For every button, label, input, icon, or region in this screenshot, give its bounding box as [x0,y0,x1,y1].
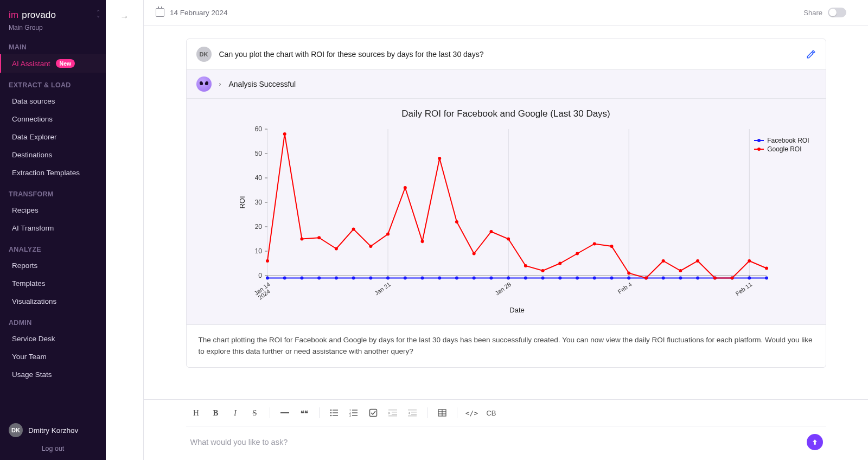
sidebar-item-label: Extraction Templates [12,169,80,177]
analysis-status-row[interactable]: › Analysis Successful [187,70,826,99]
sidebar-item-recipes[interactable]: Recipes [0,201,106,219]
svg-text:Jan 28: Jan 28 [494,281,512,297]
svg-point-68 [352,228,355,231]
main: 14 February 2024 Share DK Can you plot t… [144,0,868,460]
svg-point-39 [369,277,372,280]
svg-point-69 [369,245,372,248]
sidebar-item-destinations[interactable]: Destinations [0,146,106,164]
sidebar-item-connections[interactable]: Connections [0,110,106,128]
sidebar-item-data-explorer[interactable]: Data Explorer [0,128,106,146]
svg-text:3: 3 [349,414,351,417]
svg-point-44 [455,277,458,280]
sidebar-item-your-team[interactable]: Your Team [0,348,106,366]
svg-rect-104 [352,415,358,416]
sidebar-item-label: Templates [12,279,46,288]
bullet-list-button[interactable] [326,405,342,420]
codeblock-button[interactable]: CB [483,405,500,420]
svg-point-62 [765,277,768,280]
sidebar-item-label: Service Desk [12,335,55,343]
svg-text:20: 20 [254,223,262,231]
ask-input[interactable] [189,437,807,447]
svg-point-85 [644,277,647,280]
sidebar-item-ai-assistant[interactable]: AI AssistantNew [0,54,106,73]
sidebar-item-label: AI Assistant [12,60,50,68]
quote-button[interactable]: ❝❝ [296,405,312,420]
svg-rect-103 [352,412,358,413]
strike-button[interactable]: S [247,405,263,420]
svg-text:10: 10 [254,247,262,255]
heading-button[interactable]: H [188,405,205,420]
ordered-list-button[interactable]: 123 [346,405,362,420]
svg-point-61 [748,277,751,280]
indent-button[interactable] [385,405,401,420]
legend-label: Facebook ROI [767,137,809,144]
sidebar-header: improvado ˄˅ Main Group [0,0,106,35]
collapse-arrow-icon[interactable]: → [120,12,129,460]
outdent-button[interactable] [404,405,420,420]
svg-point-80 [558,262,561,265]
chevron-right-icon: › [219,80,221,88]
sidebar-item-service-desk[interactable]: Service Desk [0,330,106,348]
sidebar-item-label: Reports [12,261,37,270]
svg-point-90 [730,277,733,280]
svg-point-49 [541,277,544,280]
svg-point-64 [283,132,286,136]
bold-button[interactable]: B [208,405,224,420]
code-button[interactable]: </> [464,405,480,420]
svg-rect-113 [408,416,417,416]
svg-point-38 [352,277,355,280]
sidebar-section-title: MAIN [0,35,106,54]
sidebar-item-label: AI Transform [12,224,54,232]
svg-rect-98 [333,415,338,416]
svg-text:Feb 4: Feb 4 [616,281,633,295]
svg-point-45 [472,277,475,280]
checklist-button[interactable] [365,405,381,420]
sidebar-item-visualizations[interactable]: Visualizations [0,292,106,310]
sidebar-item-templates-analyze[interactable]: Templates [0,274,106,292]
date-picker[interactable]: 14 February 2024 [156,8,228,17]
assistant-avatar-icon [196,76,212,92]
content: DK Can you plot the chart with ROI for t… [144,25,868,399]
svg-text:50: 50 [254,150,262,157]
group-switch-icon[interactable]: ˄˅ [97,10,100,22]
send-button[interactable] [807,434,823,450]
svg-point-83 [610,245,613,248]
legend-item: Google ROI [754,145,809,153]
sidebar-item-data-sources[interactable]: Data sources [0,92,106,110]
share-control: Share [803,8,846,17]
svg-point-51 [576,277,579,280]
svg-rect-102 [352,410,358,410]
assistant-explanation: The chart plotting the ROI for Facebook … [187,324,826,367]
table-button[interactable] [434,405,450,420]
hr-button[interactable] [277,405,293,420]
date-label: 14 February 2024 [170,9,228,17]
sidebar-item-ai-transform[interactable]: AI Transform [0,219,106,237]
group-name[interactable]: Main Group [9,24,97,31]
chart-title: Daily ROI for Facebook and Google (Last … [192,108,820,119]
share-toggle[interactable] [828,8,846,17]
italic-button[interactable]: I [227,405,244,420]
svg-point-81 [576,252,579,255]
sidebar: improvado ˄˅ Main Group MAINAI Assistant… [0,0,106,460]
sidebar-item-reports[interactable]: Reports [0,257,106,274]
edit-prompt-icon[interactable] [806,49,816,59]
svg-point-94 [330,412,331,414]
svg-point-82 [592,242,596,246]
svg-point-65 [300,238,303,241]
format-toolbar: H B I S ❝❝ 123 </> CB [186,400,826,426]
legend-swatch [754,149,764,150]
sidebar-item-label: Data Explorer [12,133,57,141]
logout-link[interactable]: Log out [9,440,97,453]
sidebar-section-title: EXTRACT & LOAD [0,73,106,92]
svg-point-50 [558,277,561,280]
sidebar-item-label: Connections [12,115,53,123]
calendar-icon [156,8,164,17]
legend-label: Google ROI [767,145,801,153]
svg-point-37 [334,277,337,280]
svg-rect-96 [333,410,338,410]
svg-text:30: 30 [254,199,262,206]
sidebar-user[interactable]: DK Dmitry Korzhov [9,420,97,440]
svg-point-36 [317,277,321,280]
sidebar-item-extraction-templates[interactable]: Extraction Templates [0,164,106,182]
sidebar-item-usage-stats[interactable]: Usage Stats [0,366,106,384]
